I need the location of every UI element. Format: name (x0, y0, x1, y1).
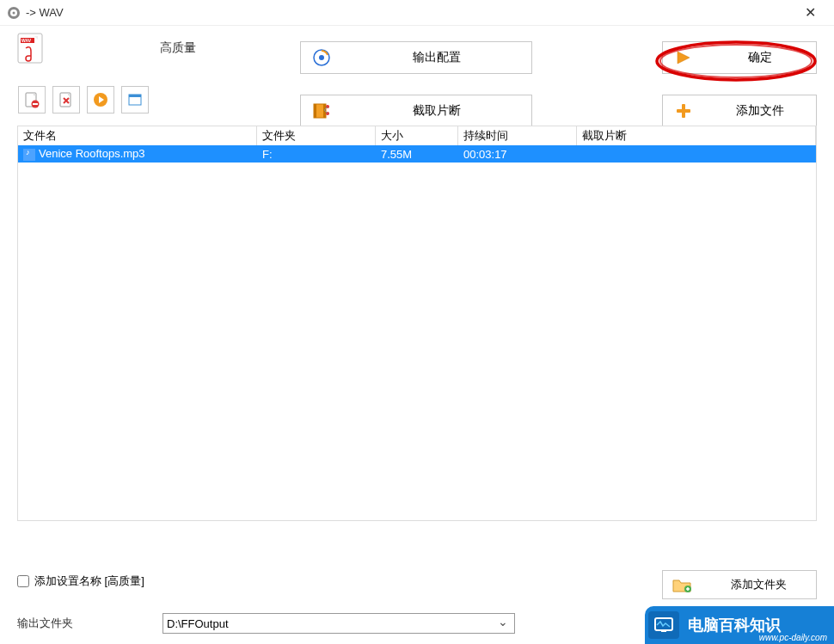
play-icon (92, 91, 109, 108)
play-button[interactable] (87, 86, 114, 113)
film-clip-icon (312, 101, 331, 120)
cell-clip (577, 153, 816, 155)
quality-label: 高质量 (160, 40, 196, 56)
title-bar: -> WAV ✕ (0, 0, 834, 26)
svg-rect-21 (129, 95, 141, 97)
cell-duration: 00:03:17 (458, 147, 577, 162)
watermark: 电脑百科知识 www.pc-daily.com (645, 603, 834, 644)
table-body: Venice Rooftops.mp3 F: 7.55M 00:03:17 (18, 145, 816, 163)
col-header-duration[interactable]: 持续时间 (458, 126, 577, 145)
page-delete-icon (58, 91, 75, 108)
watermark-url: www.pc-daily.com (759, 633, 827, 642)
svg-rect-15 (33, 103, 38, 105)
plus-icon (674, 101, 693, 120)
wav-format-icon: WAV (17, 33, 43, 64)
output-folder-select[interactable] (163, 613, 515, 634)
arrow-right-icon (674, 48, 693, 67)
setting-row: 添加设置名称 [高质量] 添加文件夹 (17, 573, 817, 589)
page-remove-icon (23, 91, 40, 108)
col-header-folder[interactable]: 文件夹 (257, 126, 376, 145)
svg-rect-31 (661, 630, 666, 632)
cell-folder: F: (257, 147, 376, 162)
clip-label: 截取片断 (342, 103, 531, 119)
col-header-size[interactable]: 大小 (376, 126, 458, 145)
folder-plus-icon (671, 576, 692, 593)
add-folder-label: 添加文件夹 (701, 577, 816, 592)
delete-button[interactable] (52, 86, 80, 113)
ok-label: 确定 (704, 50, 816, 65)
ok-button[interactable]: 确定 (662, 41, 817, 74)
table-header: 文件名 文件夹 大小 持续时间 截取片断 (18, 126, 816, 145)
svg-rect-28 (677, 109, 690, 113)
add-setting-label: 添加设置名称 [高质量] (34, 573, 144, 589)
add-file-button[interactable]: 添加文件 (662, 95, 817, 127)
svg-marker-8 (678, 52, 690, 64)
svg-point-7 (319, 55, 324, 60)
clip-button[interactable]: 截取片断 (300, 95, 532, 127)
gear-icon (312, 48, 331, 67)
window-icon (126, 91, 144, 108)
output-folder-label: 输出文件夹 (17, 616, 73, 631)
add-folder-button[interactable]: 添加文件夹 (662, 570, 817, 599)
cell-size: 7.55M (376, 147, 458, 162)
table-row[interactable]: Venice Rooftops.mp3 F: 7.55M 00:03:17 (18, 145, 816, 163)
app-icon (7, 6, 21, 20)
second-toolbar: 截取片断 添加文件 (0, 71, 834, 120)
watermark-badge-icon (648, 611, 679, 639)
add-setting-checkbox[interactable] (17, 575, 29, 587)
output-config-button[interactable]: 输出配置 (300, 41, 532, 74)
col-header-name[interactable]: 文件名 (18, 126, 257, 145)
output-config-label: 输出配置 (342, 50, 531, 65)
cell-name: Venice Rooftops.mp3 (39, 147, 145, 160)
svg-rect-23 (314, 104, 316, 118)
col-header-clip[interactable]: 截取片断 (577, 126, 816, 145)
svg-point-2 (13, 11, 15, 14)
info-button[interactable] (121, 86, 149, 113)
remove-item-button[interactable] (18, 86, 46, 113)
file-table: 文件名 文件夹 大小 持续时间 截取片断 Venice Rooftops.mp3… (17, 126, 817, 521)
svg-text:WAV: WAV (21, 38, 32, 43)
music-file-icon (23, 149, 35, 161)
add-file-label: 添加文件 (704, 103, 816, 119)
close-button[interactable]: ✕ (793, 1, 827, 25)
top-toolbar: WAV 高质量 输出配置 确定 (0, 26, 834, 71)
window-title: -> WAV (26, 6, 64, 19)
